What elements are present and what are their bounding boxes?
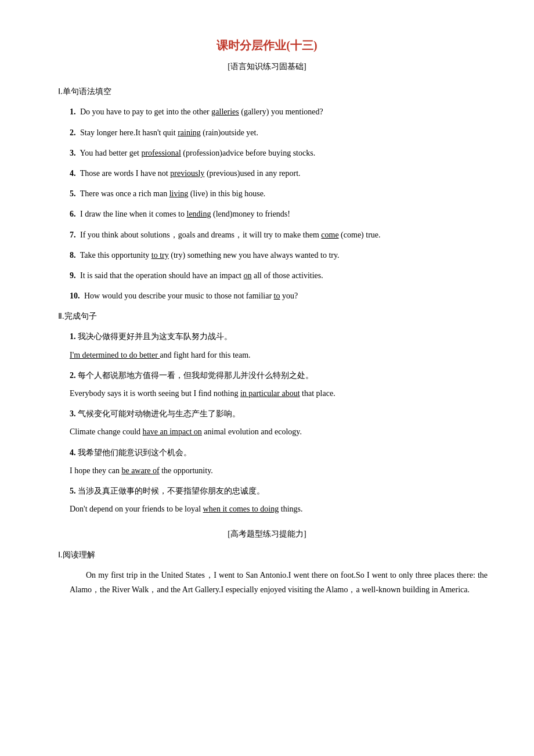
- section2-title: Ⅱ.完成句子: [58, 309, 488, 323]
- item-text-after: you?: [280, 291, 298, 300]
- completion-answer: Climate change could have an impact on a…: [46, 424, 488, 439]
- item-num: 2.: [70, 128, 76, 137]
- completion-num: 4.: [70, 448, 76, 457]
- item-underline: come: [321, 231, 338, 239]
- completion-num: 2.: [70, 371, 76, 380]
- completion-answer: Don't depend on your friends to be loyal…: [46, 502, 488, 516]
- item-num: 4.: [70, 169, 76, 178]
- item-text-before: I draw the line when it comes to: [80, 210, 187, 218]
- list-item: 2. Stay longer here.It hasn't quit raini…: [46, 125, 488, 140]
- list-item: 9. It is said that the operation should …: [46, 268, 488, 283]
- item-text-after: (gallery) you mentioned?: [239, 107, 323, 116]
- item-underline: to: [274, 291, 280, 300]
- completion-answer-text: I'm determined to do better: [70, 351, 160, 359]
- item-text-after: (live) in this big house.: [188, 189, 265, 198]
- item-num: 9.: [70, 271, 76, 280]
- list-item: 10. How would you describe your music to…: [46, 289, 488, 303]
- item-text-before: There was once a rich man: [80, 189, 169, 198]
- page-title: 课时分层作业(十三): [46, 35, 488, 56]
- list-item: 1. Do you have to pay to get into the ot…: [46, 105, 488, 119]
- completion-cn: 我决心做得更好并且为这支车队努力战斗。: [78, 332, 232, 341]
- subtitle: [语言知识练习固基础]: [46, 59, 488, 74]
- item-num: 7.: [70, 231, 76, 239]
- item-num: 5.: [70, 189, 76, 198]
- item-text-before: Take this opportunity: [80, 251, 151, 260]
- completion-cn: 气候变化可能对动物进化与生态产生了影响。: [78, 409, 240, 418]
- item-underline: living: [169, 189, 189, 198]
- item-num: 1.: [70, 107, 76, 116]
- completion-answer: Everybody says it is worth seeing but I …: [46, 386, 488, 401]
- section3-title: Ⅰ.阅读理解: [58, 548, 488, 562]
- item-num: 3.: [70, 149, 76, 157]
- item-text-before: How would you describe your music to tho…: [84, 291, 274, 300]
- completion-cn: 当涉及真正做事的时候，不要指望你朋友的忠诚度。: [78, 487, 265, 495]
- item-text-before: If you think about solutions，goals and d…: [80, 231, 321, 239]
- item-num: 8.: [70, 251, 76, 260]
- item-text-before: Those are words I have not: [80, 169, 171, 178]
- completion-num: 5.: [70, 487, 76, 495]
- list-item: 8. Take this opportunity to try (try) so…: [46, 248, 488, 262]
- item-text-after: all of those activities.: [251, 271, 323, 280]
- completion-cn: 每个人都说那地方值得一看，但我却觉得那儿并没什么特别之处。: [78, 371, 313, 380]
- completion-item: 1. 我决心做得更好并且为这支车队努力战斗。: [46, 329, 488, 344]
- item-text-before: It is said that the operation should hav…: [80, 271, 243, 280]
- list-item: 4. Those are words I have not previously…: [46, 166, 488, 181]
- item-text-after: (try) something new you have always want…: [169, 251, 340, 260]
- item-underline: on: [243, 271, 251, 280]
- item-text-after: (profession)advice before buying stocks.: [181, 149, 315, 157]
- item-text-before: You had better get: [80, 149, 141, 157]
- item-text-after: (previous)used in any report.: [204, 169, 300, 178]
- item-text-before: Do you have to pay to get into the other: [80, 107, 211, 116]
- completion-item: 4. 我希望他们能意识到这个机会。: [46, 445, 488, 460]
- completion-item: 2. 每个人都说那地方值得一看，但我却觉得那儿并没什么特别之处。: [46, 368, 488, 383]
- item-underline: raining: [178, 128, 201, 137]
- item-underline: galleries: [211, 107, 239, 116]
- completion-answer: I hope they can be aware of the opportun…: [46, 463, 488, 478]
- completion-answer: I'm determined to do better and fight ha…: [46, 348, 488, 362]
- item-underline: lending: [187, 210, 211, 218]
- completion-item: 3. 气候变化可能对动物进化与生态产生了影响。: [46, 406, 488, 421]
- item-underline: previously: [170, 169, 204, 178]
- completion-num: 3.: [70, 409, 76, 418]
- item-text-after: (lend)money to friends!: [211, 210, 290, 218]
- item-underline: professional: [141, 149, 181, 157]
- completion-cn: 我希望他们能意识到这个机会。: [78, 448, 192, 457]
- list-item: 5. There was once a rich man living (liv…: [46, 186, 488, 201]
- item-num: 10.: [70, 291, 80, 300]
- item-text-before: Stay longer here.It hasn't quit: [80, 128, 178, 137]
- section1-title: Ⅰ.单句语法填空: [58, 84, 488, 99]
- list-item: 6. I draw the line when it comes to lend…: [46, 207, 488, 221]
- list-item: 7. If you think about solutions，goals an…: [46, 228, 488, 242]
- list-item: 3. You had better get professional (prof…: [46, 146, 488, 160]
- completion-num: 1.: [70, 332, 76, 341]
- completion-item: 5. 当涉及真正做事的时候，不要指望你朋友的忠诚度。: [46, 484, 488, 498]
- item-text-after: (rain)outside yet.: [201, 128, 258, 137]
- section3-header: [高考题型练习提能力]: [46, 527, 488, 541]
- item-underline: to try: [151, 251, 169, 260]
- item-num: 6.: [70, 210, 76, 218]
- reading-paragraph: On my first trip in the United States，I …: [46, 568, 488, 597]
- item-text-after: (come) true.: [339, 231, 381, 239]
